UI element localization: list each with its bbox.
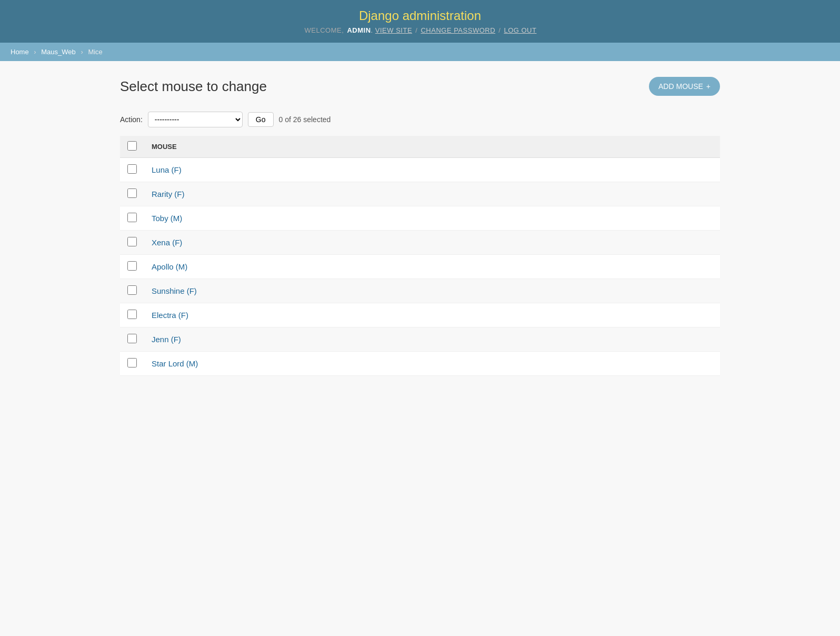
table-row: Star Lord (M) [120,352,720,376]
mouse-link[interactable]: Rarity (F) [152,190,185,198]
row-checkbox[interactable] [127,213,137,222]
table-row: Jenn (F) [120,327,720,352]
action-bar: Action: ---------- Go 0 of 26 selected [120,112,720,127]
row-name-cell: Star Lord (M) [144,352,720,376]
row-checkbox-cell [120,158,144,182]
row-name-cell: Electra (F) [144,303,720,327]
table-row: Toby (M) [120,206,720,231]
mouse-link[interactable]: Xena (F) [152,238,182,247]
row-checkbox-cell [120,327,144,352]
view-site-link[interactable]: VIEW SITE [375,26,412,34]
page-header: Select mouse to change ADD MOUSE + [120,77,720,96]
row-checkbox[interactable] [127,164,137,174]
table-row: Electra (F) [120,303,720,327]
breadcrumb-current: Mice [88,48,102,56]
add-icon: + [706,82,711,91]
row-checkbox[interactable] [127,188,137,198]
breadcrumb-maus-web[interactable]: Maus_Web [41,48,76,56]
table-header-row: MOUSE [120,136,720,158]
mouse-table: MOUSE Luna (F)Rarity (F)Toby (M)Xena (F)… [120,136,720,376]
user-info: WELCOME, ADMIN. VIEW SITE / CHANGE PASSW… [11,26,829,34]
row-checkbox-cell [120,255,144,279]
row-name-cell: Xena (F) [144,231,720,255]
row-checkbox[interactable] [127,261,137,271]
log-out-link[interactable]: LOG OUT [504,26,536,34]
row-name-cell: Toby (M) [144,206,720,231]
mouse-link[interactable]: Toby (M) [152,214,182,223]
row-name-cell: Apollo (M) [144,255,720,279]
change-password-link[interactable]: CHANGE PASSWORD [421,26,495,34]
row-checkbox[interactable] [127,237,137,246]
row-checkbox-cell [120,279,144,303]
breadcrumb: Home › Maus_Web › Mice [0,43,840,61]
header: Django administration WELCOME, ADMIN. VI… [0,0,840,43]
page-title: Select mouse to change [120,78,267,95]
row-name-cell: Luna (F) [144,158,720,182]
row-checkbox[interactable] [127,334,137,343]
row-checkbox[interactable] [127,285,137,295]
mouse-link[interactable]: Sunshine (F) [152,286,197,295]
row-checkbox[interactable] [127,310,137,319]
main-content: Select mouse to change ADD MOUSE + Actio… [104,61,736,392]
mouse-link[interactable]: Star Lord (M) [152,359,198,368]
action-label: Action: [120,115,143,124]
row-name-cell: Sunshine (F) [144,279,720,303]
table-row: Apollo (M) [120,255,720,279]
table-row: Luna (F) [120,158,720,182]
go-button[interactable]: Go [248,112,274,127]
row-checkbox-cell [120,303,144,327]
row-checkbox[interactable] [127,358,137,367]
mouse-link[interactable]: Luna (F) [152,165,182,174]
mouse-list: Luna (F)Rarity (F)Toby (M)Xena (F)Apollo… [120,158,720,376]
action-select[interactable]: ---------- [148,112,243,127]
mouse-link[interactable]: Jenn (F) [152,335,181,344]
selected-count: 0 of 26 selected [279,115,331,124]
table-row: Xena (F) [120,231,720,255]
welcome-prefix: WELCOME, [305,26,344,34]
row-name-cell: Rarity (F) [144,182,720,206]
mouse-link[interactable]: Electra (F) [152,311,188,320]
column-header-mouse: MOUSE [144,136,720,158]
table-row: Rarity (F) [120,182,720,206]
add-mouse-button[interactable]: ADD MOUSE + [649,77,720,96]
username: ADMIN [347,26,371,34]
table-row: Sunshine (F) [120,279,720,303]
row-name-cell: Jenn (F) [144,327,720,352]
row-checkbox-cell [120,206,144,231]
header-checkbox-cell [120,136,144,158]
mouse-link[interactable]: Apollo (M) [152,262,187,271]
row-checkbox-cell [120,231,144,255]
row-checkbox-cell [120,352,144,376]
select-all-checkbox[interactable] [127,141,137,151]
breadcrumb-home[interactable]: Home [11,48,29,56]
row-checkbox-cell [120,182,144,206]
add-button-label: ADD MOUSE [658,82,703,91]
site-title: Django administration [11,8,829,23]
